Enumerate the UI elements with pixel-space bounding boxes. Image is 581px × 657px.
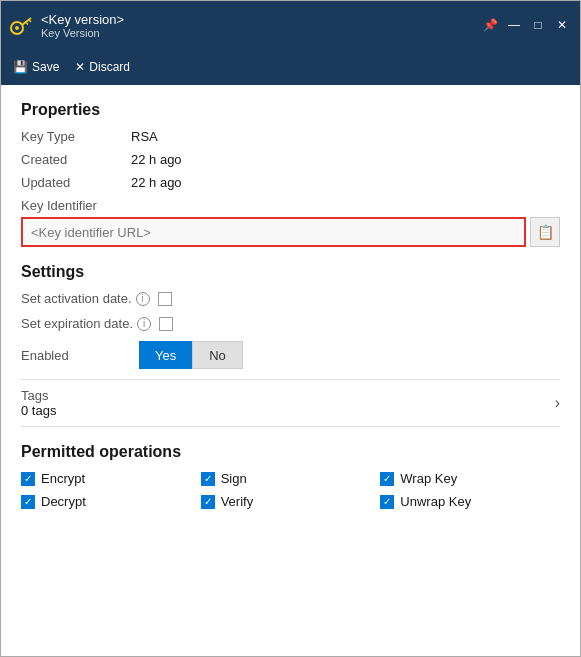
- wrap-key-label: Wrap Key: [400, 471, 457, 486]
- copy-button[interactable]: 📋: [530, 217, 560, 247]
- wrap-key-item: Wrap Key: [380, 471, 560, 486]
- key-type-value: RSA: [131, 129, 158, 144]
- save-icon: 💾: [13, 60, 28, 74]
- main-window: <Key version> Key Version 📌 — □ ✕ 💾 Save…: [0, 0, 581, 657]
- verify-item: Verify: [201, 494, 381, 509]
- encrypt-item: Encrypt: [21, 471, 201, 486]
- unwrap-key-item: Unwrap Key: [380, 494, 560, 509]
- expiration-info-icon[interactable]: i: [137, 317, 151, 331]
- maximize-button[interactable]: □: [528, 15, 548, 35]
- window-controls: 📌 — □ ✕: [480, 15, 572, 35]
- tags-content: Tags 0 tags: [21, 388, 56, 418]
- enabled-label: Enabled: [21, 348, 131, 363]
- discard-icon: ✕: [75, 60, 85, 74]
- title-bar: <Key version> Key Version 📌 — □ ✕: [1, 1, 580, 49]
- window-title: <Key version>: [41, 12, 480, 27]
- decrypt-item: Decrypt: [21, 494, 201, 509]
- save-label: Save: [32, 60, 59, 74]
- expiration-row: Set expiration date. i: [21, 316, 560, 331]
- svg-line-4: [26, 23, 28, 25]
- key-type-row: Key Type RSA: [21, 129, 560, 144]
- key-identifier-label: Key Identifier: [21, 198, 560, 213]
- activation-row: Set activation date. i: [21, 291, 560, 306]
- unwrap-key-checkbox[interactable]: [380, 495, 394, 509]
- unwrap-key-label: Unwrap Key: [400, 494, 471, 509]
- expiration-checkbox[interactable]: [159, 317, 173, 331]
- properties-section: Properties Key Type RSA Created 22 h ago…: [21, 101, 560, 247]
- properties-title: Properties: [21, 101, 560, 119]
- no-button[interactable]: No: [192, 341, 243, 369]
- activation-info-icon[interactable]: i: [136, 292, 150, 306]
- discard-label: Discard: [89, 60, 130, 74]
- tags-count: 0 tags: [21, 403, 56, 418]
- encrypt-label: Encrypt: [41, 471, 85, 486]
- updated-label: Updated: [21, 175, 131, 190]
- sign-label: Sign: [221, 471, 247, 486]
- created-label: Created: [21, 152, 131, 167]
- updated-value: 22 h ago: [131, 175, 182, 190]
- settings-section: Settings Set activation date. i Set expi…: [21, 263, 560, 369]
- discard-button[interactable]: ✕ Discard: [75, 60, 130, 74]
- tags-row[interactable]: Tags 0 tags ›: [21, 379, 560, 427]
- enabled-row: Enabled Yes No: [21, 341, 560, 369]
- key-identifier-input[interactable]: [21, 217, 526, 247]
- copy-icon: 📋: [537, 224, 554, 240]
- yes-button[interactable]: Yes: [139, 341, 192, 369]
- svg-line-3: [29, 20, 31, 22]
- expiration-label: Set expiration date. i: [21, 316, 151, 331]
- decrypt-label: Decrypt: [41, 494, 86, 509]
- key-type-label: Key Type: [21, 129, 131, 144]
- settings-title: Settings: [21, 263, 560, 281]
- chevron-right-icon: ›: [555, 394, 560, 412]
- wrap-key-checkbox[interactable]: [380, 472, 394, 486]
- decrypt-checkbox[interactable]: [21, 495, 35, 509]
- content-area: Properties Key Type RSA Created 22 h ago…: [1, 85, 580, 656]
- save-button[interactable]: 💾 Save: [13, 60, 59, 74]
- activation-label: Set activation date. i: [21, 291, 150, 306]
- encrypt-checkbox[interactable]: [21, 472, 35, 486]
- operations-grid: Encrypt Sign Wrap Key Decrypt: [21, 471, 560, 509]
- enabled-toggle: Yes No: [139, 341, 243, 369]
- close-button[interactable]: ✕: [552, 15, 572, 35]
- key-identifier-row: 📋: [21, 217, 560, 247]
- permitted-ops-section: Permitted operations Encrypt Sign Wrap K…: [21, 443, 560, 509]
- verify-checkbox[interactable]: [201, 495, 215, 509]
- verify-label: Verify: [221, 494, 254, 509]
- svg-point-1: [15, 26, 19, 30]
- window-subtitle: Key Version: [41, 27, 480, 39]
- toolbar: 💾 Save ✕ Discard: [1, 49, 580, 85]
- permitted-ops-title: Permitted operations: [21, 443, 560, 461]
- sign-item: Sign: [201, 471, 381, 486]
- minimize-button[interactable]: —: [504, 15, 524, 35]
- updated-row: Updated 22 h ago: [21, 175, 560, 190]
- activation-checkbox[interactable]: [158, 292, 172, 306]
- created-value: 22 h ago: [131, 152, 182, 167]
- pin-button[interactable]: 📌: [480, 15, 500, 35]
- key-icon: [9, 13, 33, 37]
- title-text: <Key version> Key Version: [41, 12, 480, 39]
- sign-checkbox[interactable]: [201, 472, 215, 486]
- created-row: Created 22 h ago: [21, 152, 560, 167]
- tags-title: Tags: [21, 388, 56, 403]
